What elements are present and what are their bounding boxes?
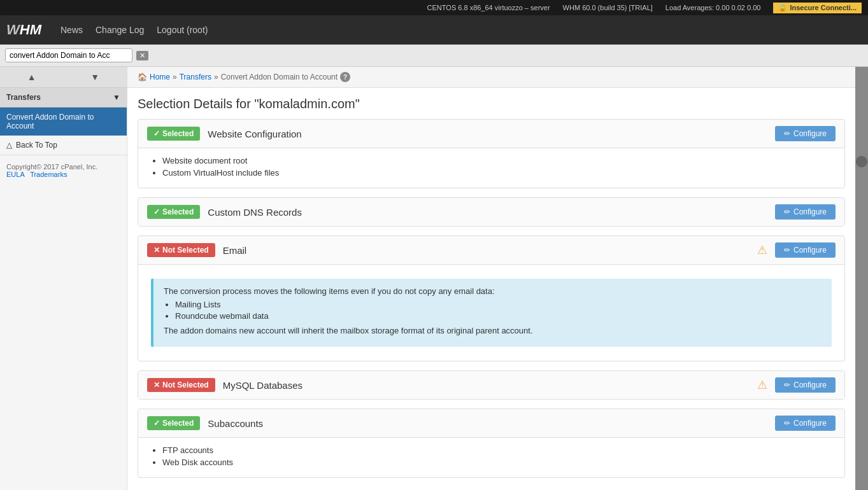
email-header: ✕ Not Selected Email ⚠ ✏ Configure [138,236,844,265]
lock-icon: 🔒 [778,4,787,12]
mysql-header: ✕ Not Selected MySQL Databases ⚠ ✏ Confi… [138,371,844,399]
search-bar: ✕ [0,45,868,67]
subaccounts-card: ✓ Selected Subaccounts ✏ Configure FTP a… [138,409,845,478]
sidebar-section-label: Transfers [6,93,41,102]
website-config-card: ✓ Selected Website Configuration ✏ Confi… [138,119,845,188]
pencil-icon: ✏ [784,246,790,255]
load-averages: Load Averages: 0.00 0.02 0.00 [665,4,761,11]
email-info-intro: The conversion process moves the followi… [164,286,822,296]
subaccounts-list: FTP accounts Web Disk accounts [151,445,832,467]
mysql-badge: ✕ Not Selected [147,378,215,392]
email-body: The conversion process moves the followi… [138,265,844,361]
nav-logout[interactable]: Logout (root) [157,25,208,35]
email-title: Email [223,245,750,256]
website-config-badge: ✓ Selected [147,127,200,141]
breadcrumb-home-icon: 🏠 [138,73,147,81]
back-to-top-label: Back To Top [16,141,57,150]
email-info-footer: The addon domains new account will inher… [164,326,822,335]
right-edge [855,67,868,490]
pencil-icon: ✏ [784,129,790,138]
back-to-top[interactable]: △ Back To Top [0,136,127,155]
mysql-title: MySQL Databases [223,380,750,391]
website-config-title: Website Configuration [208,129,767,139]
right-edge-circle [856,156,867,167]
main-layout: ▲ ▼ Transfers ▼ Convert Addon Domain to … [0,67,868,490]
pencil-icon: ✏ [784,419,790,428]
website-config-configure-button[interactable]: ✏ Configure [775,126,836,141]
sidebar: ▲ ▼ Transfers ▼ Convert Addon Domain to … [0,67,127,490]
top-bar: CENTOS 6.8 x86_64 virtuozzo – server WHM… [0,0,868,15]
breadcrumb-home-link[interactable]: Home [150,73,170,81]
nav-news[interactable]: News [60,25,83,35]
email-info-list: Mailing Lists Roundcube webmail data [164,300,822,321]
custom-dns-badge: ✓ Selected [147,205,200,219]
breadcrumb-transfers-link[interactable]: Transfers [180,73,211,81]
pencil-icon: ✏ [784,207,790,216]
check-icon: ✓ [153,419,160,428]
page-title: Selection Details for "komaladmin.com" [138,88,845,119]
copyright-text: Copyright© 2017 cPanel, Inc. [6,163,97,171]
sidebar-item-label: Convert Addon Domain to Account [6,113,94,130]
breadcrumb-current: Convert Addon Domain to Account [221,73,338,81]
list-item: Roundcube webmail data [175,311,822,321]
breadcrumb: 🏠 Home » Transfers » Convert Addon Domai… [127,67,855,88]
sidebar-transfers-section[interactable]: Transfers ▼ [0,88,127,108]
list-item: Website document root [162,156,832,165]
list-item: FTP accounts [162,445,832,455]
list-item: Custom VirtualHost include files [162,168,832,178]
sidebar-back-button[interactable]: ▲ [0,67,64,87]
help-icon[interactable]: ? [340,72,350,82]
sidebar-footer: Copyright© 2017 cPanel, Inc. EULA Tradem… [0,155,127,186]
subaccounts-configure-button[interactable]: ✏ Configure [775,416,836,431]
custom-dns-header: ✓ Selected Custom DNS Records ✏ Configur… [138,198,844,226]
trademarks-link[interactable]: Trademarks [30,171,67,178]
list-item: Web Disk accounts [162,458,832,467]
custom-dns-card: ✓ Selected Custom DNS Records ✏ Configur… [138,197,845,227]
nav-bar: WHM News Change Log Logout (root) [0,15,868,45]
email-info-box: The conversion process moves the followi… [151,279,832,347]
email-configure-button[interactable]: ✏ Configure [775,242,836,258]
list-item: Mailing Lists [175,300,822,309]
main-wrapper: 🏠 Home » Transfers » Convert Addon Domai… [127,67,855,490]
warning-icon: ⚠ [757,243,767,257]
website-config-body: Website document root Custom VirtualHost… [138,148,844,188]
custom-dns-title: Custom DNS Records [208,207,767,218]
check-icon: ✓ [153,207,160,216]
nav-changelog[interactable]: Change Log [96,25,144,35]
website-config-list: Website document root Custom VirtualHost… [151,156,832,178]
check-icon: ✓ [153,129,160,138]
main-content: Selection Details for "komaladmin.com" ✓… [127,88,855,490]
subaccounts-header: ✓ Selected Subaccounts ✏ Configure [138,409,844,438]
warning-icon: ⚠ [757,378,767,392]
subaccounts-title: Subaccounts [208,418,767,429]
mysql-configure-button[interactable]: ✏ Configure [775,377,836,393]
sidebar-item-convert-addon[interactable]: Convert Addon Domain to Account [0,108,127,136]
whm-logo: WHM [6,22,41,38]
mysql-card: ✕ Not Selected MySQL Databases ⚠ ✏ Confi… [138,370,845,400]
pencil-icon: ✏ [784,381,790,389]
sidebar-chevron-icon: ▼ [113,93,120,102]
email-card: ✕ Not Selected Email ⚠ ✏ Configure The c… [138,235,845,361]
back-to-top-icon: △ [6,141,12,150]
search-input[interactable] [5,48,132,62]
subaccounts-body: FTP accounts Web Disk accounts [138,438,844,477]
sidebar-forward-button[interactable]: ▼ [64,67,127,87]
search-close-button[interactable]: ✕ [136,51,148,60]
email-badge: ✕ Not Selected [147,243,215,257]
x-icon: ✕ [153,246,160,255]
whm-version: WHM 60.0 (build 35) [TRIAL] [563,4,653,11]
sidebar-nav-arrows: ▲ ▼ [0,67,127,88]
insecure-connection[interactable]: 🔒 Insecure Connecti... [773,3,862,13]
custom-dns-configure-button[interactable]: ✏ Configure [775,204,836,220]
server-info: CENTOS 6.8 x86_64 virtuozzo – server [427,4,550,11]
website-config-header: ✓ Selected Website Configuration ✏ Confi… [138,120,844,148]
eula-link[interactable]: EULA [6,171,24,178]
x-icon: ✕ [153,381,160,389]
subaccounts-badge: ✓ Selected [147,416,200,430]
